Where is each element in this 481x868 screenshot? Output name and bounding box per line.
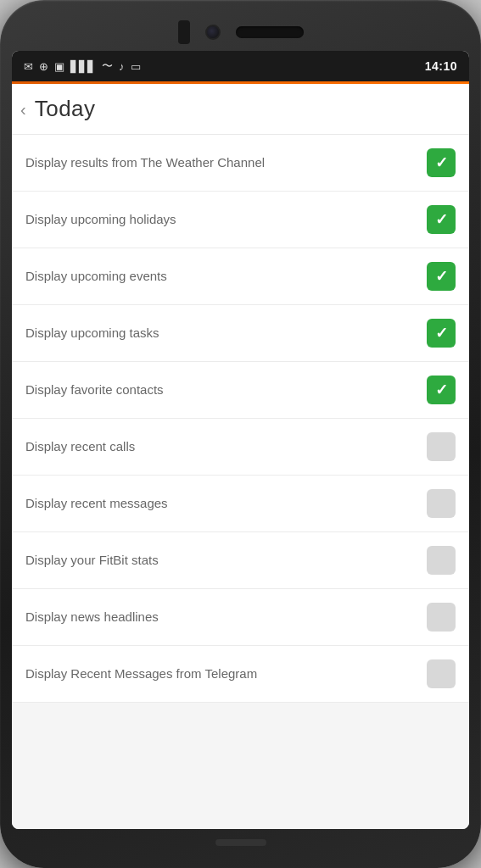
checkmark-icon: ✓ — [435, 326, 448, 341]
settings-item-events[interactable]: Display upcoming events✓ — [12, 248, 469, 305]
settings-label-calls: Display recent calls — [25, 438, 427, 455]
checkmark-icon: ✓ — [435, 269, 448, 284]
phone-device: ✉ ⊕ ▣ ▋▋▋ 〜 ♪ ▭ 14:10 ‹ Today Display re… — [0, 0, 481, 868]
volume-icon: ♪ — [119, 60, 125, 73]
email-icon: ✉ — [24, 60, 33, 73]
settings-label-events: Display upcoming events — [25, 268, 427, 285]
wifi-icon: 〜 — [102, 58, 113, 74]
settings-item-holidays[interactable]: Display upcoming holidays✓ — [12, 192, 469, 248]
page-title: Today — [35, 96, 96, 122]
page-header: ‹ Today — [12, 84, 469, 135]
settings-label-fitbit: Display your FitBit stats — [25, 552, 427, 569]
signal-icon: ▋▋▋ — [70, 60, 96, 73]
battery-icon: ▭ — [131, 60, 141, 73]
status-icons-left: ✉ ⊕ ▣ ▋▋▋ 〜 ♪ ▭ — [24, 58, 141, 74]
home-button[interactable] — [215, 839, 266, 846]
checkbox-weather[interactable]: ✓ — [427, 148, 456, 177]
settings-item-contacts[interactable]: Display favorite contacts✓ — [12, 362, 469, 419]
settings-label-contacts: Display favorite contacts — [25, 381, 427, 398]
checkbox-news[interactable] — [427, 603, 456, 632]
settings-label-tasks: Display upcoming tasks — [25, 325, 427, 342]
nfc-icon: ▣ — [54, 60, 64, 73]
phone-top-bar — [12, 15, 469, 51]
settings-item-messages[interactable]: Display recent messages — [12, 476, 469, 532]
settings-item-weather[interactable]: Display results from The Weather Channel… — [12, 135, 469, 192]
front-camera — [205, 25, 221, 40]
checkbox-telegram[interactable] — [427, 659, 456, 688]
checkmark-icon: ✓ — [435, 212, 448, 227]
checkmark-icon: ✓ — [435, 155, 448, 170]
phone-bottom-bar — [215, 829, 266, 849]
settings-label-weather: Display results from The Weather Channel — [25, 154, 427, 171]
status-time: 14:10 — [425, 59, 457, 73]
settings-item-calls[interactable]: Display recent calls — [12, 419, 469, 476]
status-bar: ✉ ⊕ ▣ ▋▋▋ 〜 ♪ ▭ 14:10 — [12, 51, 469, 81]
checkbox-contacts[interactable]: ✓ — [427, 376, 456, 404]
settings-label-news: Display news headlines — [25, 609, 427, 626]
screen: ✉ ⊕ ▣ ▋▋▋ 〜 ♪ ▭ 14:10 ‹ Today Display re… — [12, 51, 469, 829]
back-button[interactable]: ‹ — [20, 101, 26, 118]
settings-item-tasks[interactable]: Display upcoming tasks✓ — [12, 305, 469, 362]
settings-item-news[interactable]: Display news headlines — [12, 589, 469, 646]
settings-label-telegram: Display Recent Messages from Telegram — [25, 665, 427, 682]
checkbox-holidays[interactable]: ✓ — [427, 205, 456, 234]
checkbox-messages[interactable] — [427, 489, 456, 518]
location-icon: ⊕ — [39, 60, 48, 73]
checkbox-events[interactable]: ✓ — [427, 262, 456, 291]
checkbox-tasks[interactable]: ✓ — [427, 319, 456, 348]
proximity-sensor — [178, 20, 190, 44]
settings-item-telegram[interactable]: Display Recent Messages from Telegram — [12, 646, 469, 703]
settings-item-fitbit[interactable]: Display your FitBit stats — [12, 532, 469, 589]
settings-label-messages: Display recent messages — [25, 495, 427, 512]
settings-list: Display results from The Weather Channel… — [12, 135, 469, 829]
checkmark-icon: ✓ — [435, 382, 448, 398]
speaker-grille — [236, 26, 304, 38]
settings-label-holidays: Display upcoming holidays — [25, 211, 427, 228]
checkbox-calls[interactable] — [427, 432, 456, 461]
checkbox-fitbit[interactable] — [427, 546, 456, 575]
